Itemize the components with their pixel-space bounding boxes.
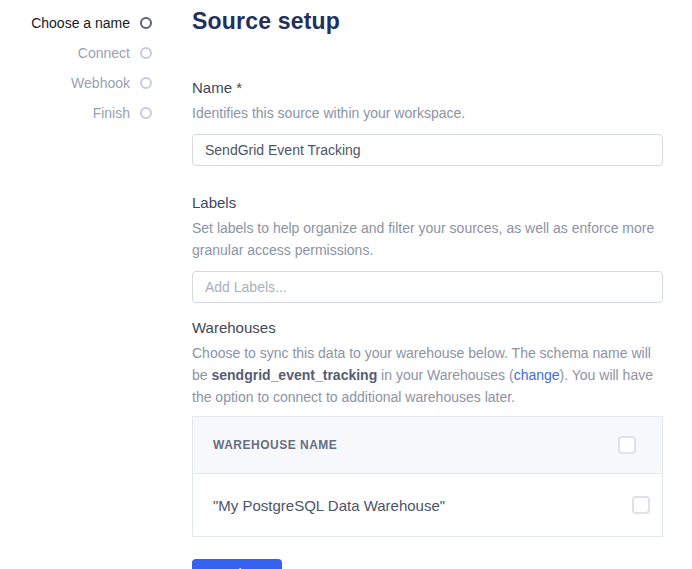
warehouses-description: Choose to sync this data to your warehou…: [192, 342, 663, 408]
name-description: Identifies this source within your works…: [192, 102, 663, 124]
step-finish[interactable]: Finish: [0, 98, 152, 128]
step-choose-a-name[interactable]: Choose a name: [0, 8, 152, 38]
warehouse-name-cell: "My PostgreSQL Data Warehouse": [213, 497, 445, 514]
step-circle-icon: [140, 107, 152, 119]
step-circle-icon: [140, 77, 152, 89]
step-circle-icon: [140, 17, 152, 29]
schema-name-text: sendgrid_event_tracking: [211, 367, 377, 383]
warehouse-name-column-header: WAREHOUSE NAME: [213, 438, 337, 452]
step-label: Finish: [93, 105, 130, 121]
page-title: Source setup: [192, 8, 663, 35]
change-schema-link[interactable]: change: [514, 367, 560, 383]
warehouse-table-header: WAREHOUSE NAME: [193, 417, 662, 474]
source-setup-page: Choose a name Connect Webhook Finish Sou…: [0, 0, 692, 569]
warehouses-section: Warehouses Choose to sync this data to y…: [192, 319, 663, 537]
step-circle-icon: [140, 47, 152, 59]
warehouse-table: WAREHOUSE NAME "My PostgreSQL Data Wareh…: [192, 416, 663, 537]
name-label: Name *: [192, 79, 663, 96]
add-labels-input[interactable]: [192, 271, 663, 303]
step-label: Choose a name: [31, 15, 130, 31]
main-content: Source setup Name * Identifies this sour…: [192, 0, 663, 569]
select-all-checkbox[interactable]: [618, 436, 636, 454]
labels-section: Labels Set labels to help organize and f…: [192, 194, 663, 303]
row-checkbox[interactable]: [632, 496, 650, 514]
warehouses-description-part2: in your Warehouses (: [377, 367, 513, 383]
table-row[interactable]: "My PostgreSQL Data Warehouse": [193, 474, 662, 536]
labels-description: Set labels to help organize and filter y…: [192, 217, 663, 261]
source-name-input[interactable]: [192, 134, 663, 166]
step-label: Webhook: [71, 75, 130, 91]
step-webhook[interactable]: Webhook: [0, 68, 152, 98]
name-section: Name * Identifies this source within you…: [192, 79, 663, 166]
warehouses-label: Warehouses: [192, 319, 663, 336]
step-label: Connect: [78, 45, 130, 61]
step-connect[interactable]: Connect: [0, 38, 152, 68]
continue-button[interactable]: Continue: [192, 559, 282, 569]
wizard-steps: Choose a name Connect Webhook Finish: [0, 8, 152, 128]
labels-label: Labels: [192, 194, 663, 211]
